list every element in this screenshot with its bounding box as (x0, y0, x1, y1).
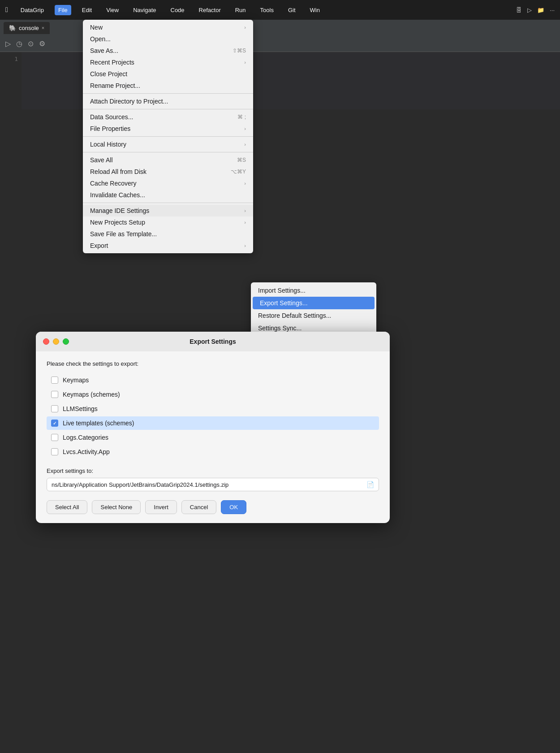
export-path-label: Export settings to: (47, 467, 379, 474)
menu-reload-all[interactable]: Reload All from Disk ⌥⌘Y (83, 166, 253, 177)
dialog-instruction: Please check the settings to export: (47, 360, 379, 367)
submenu-import-settings[interactable]: Import Settings... (251, 284, 376, 297)
separator-4 (83, 152, 253, 152)
menu-local-history[interactable]: Local History › (83, 138, 253, 150)
separator-2 (83, 109, 253, 109)
menubar-navigate[interactable]: Navigate (129, 5, 159, 15)
cache-arrow-icon: › (244, 181, 246, 186)
export-path-field[interactable]: ns/Library/Application Support/JetBrains… (47, 478, 379, 491)
menu-export[interactable]: Export › (83, 240, 253, 251)
menubar-file[interactable]: File (55, 5, 71, 15)
checkbox-keymaps[interactable]: Keymaps (47, 373, 379, 387)
new-projects-arrow-icon: › (244, 220, 246, 225)
dialog-title: Export Settings (190, 338, 236, 345)
invert-button[interactable]: Invert (145, 500, 177, 514)
tab-label: console (19, 25, 39, 31)
checkbox-list: Keymaps Keymaps (schemes) LLMSettings ✓ … (47, 373, 379, 459)
keymaps-schemes-checkbox[interactable] (51, 391, 58, 398)
checkbox-keymaps-schemes[interactable]: Keymaps (schemes) (47, 388, 379, 401)
pin-icon[interactable]: ⊙ (28, 39, 34, 48)
menubar-code[interactable]: Code (167, 5, 188, 15)
menu-new[interactable]: New › (83, 22, 253, 33)
menubar-datagrip[interactable]: DataGrip (17, 5, 47, 15)
menu-attach-directory[interactable]: Attach Directory to Project... (83, 95, 253, 107)
checkbox-logs-categories[interactable]: Logs.Categories (47, 431, 379, 444)
separator-1 (83, 93, 253, 94)
save-as-shortcut: ⇧⌘S (233, 48, 246, 54)
console-tab[interactable]: 🐘 console × (4, 22, 50, 34)
keymaps-checkbox[interactable] (51, 376, 58, 384)
menubar-run[interactable]: Run (232, 5, 250, 15)
export-arrow-icon: › (244, 243, 246, 248)
database-icon[interactable]: 🗄 (516, 7, 522, 13)
menu-recent-projects[interactable]: Recent Projects › (83, 56, 253, 68)
keymaps-schemes-label: Keymaps (schemes) (63, 391, 120, 398)
dialog-maximize-button[interactable] (63, 338, 69, 345)
menubar:  DataGrip File Edit View Navigate Code … (0, 0, 560, 20)
menu-cache-recovery[interactable]: Cache Recovery › (83, 177, 253, 189)
dialog-minimize-button[interactable] (53, 338, 59, 345)
logs-categories-checkbox[interactable] (51, 434, 58, 441)
menubar-win[interactable]: Win (306, 5, 323, 15)
local-history-arrow-icon: › (244, 142, 246, 147)
new-arrow-icon: › (244, 25, 246, 30)
menu-rename-project[interactable]: Rename Project... (83, 80, 253, 91)
manage-ide-submenu: Import Settings... Export Settings... Re… (251, 282, 376, 336)
menu-file-properties[interactable]: File Properties › (83, 123, 253, 134)
logs-categories-label: Logs.Categories (63, 434, 108, 441)
live-templates-checkbox[interactable]: ✓ (51, 420, 58, 427)
save-all-shortcut: ⌘S (237, 157, 246, 163)
menu-new-projects-setup[interactable]: New Projects Setup › (83, 216, 253, 228)
menu-save-all[interactable]: Save All ⌘S (83, 154, 253, 166)
menu-open[interactable]: Open... (83, 33, 253, 45)
folder-icon[interactable]: 📁 (537, 7, 544, 13)
export-settings-dialog: Export Settings Please check the setting… (36, 332, 390, 523)
select-none-button[interactable]: Select None (92, 500, 141, 514)
dialog-body: Please check the settings to export: Key… (36, 351, 390, 523)
lvcs-activity-label: Lvcs.Activity.App (63, 448, 110, 455)
submenu-restore-default[interactable]: Restore Default Settings... (251, 309, 376, 322)
file-props-arrow-icon: › (244, 126, 246, 131)
tab-close-icon[interactable]: × (42, 25, 44, 30)
menu-invalidate-caches[interactable]: Invalidate Caches... (83, 189, 253, 201)
menubar-git[interactable]: Git (284, 5, 299, 15)
llmsettings-label: LLMSettings (63, 405, 98, 412)
reload-shortcut: ⌥⌘Y (231, 169, 246, 175)
cancel-button[interactable]: Cancel (181, 500, 216, 514)
line-number-1: 1 (4, 56, 18, 62)
export-folder-icon[interactable]: 📄 (366, 481, 374, 488)
menu-save-file-template[interactable]: Save File as Template... (83, 228, 253, 240)
line-numbers: 1 (0, 52, 22, 109)
select-all-button[interactable]: Select All (47, 500, 87, 514)
submenu-export-settings[interactable]: Export Settings... (253, 297, 375, 309)
history-icon[interactable]: ◷ (16, 39, 22, 48)
checkbox-lvcs-activity[interactable]: Lvcs.Activity.App (47, 445, 379, 459)
menu-close-project[interactable]: Close Project (83, 68, 253, 80)
dialog-buttons: Select All Select None Invert Cancel OK (47, 500, 379, 514)
separator-3 (83, 136, 253, 137)
settings-icon[interactable]: ⚙ (39, 39, 45, 48)
menu-data-sources[interactable]: Data Sources... ⌘ ; (83, 111, 253, 123)
file-menu: New › Open... Save As... ⇧⌘S Recent Proj… (83, 20, 253, 253)
menubar-tools[interactable]: Tools (257, 5, 277, 15)
menubar-refactor[interactable]: Refactor (195, 5, 224, 15)
lvcs-activity-checkbox[interactable] (51, 448, 58, 455)
run-icon[interactable]: ▷ (527, 7, 532, 13)
checkbox-llmsettings[interactable]: LLMSettings (47, 402, 379, 415)
checkmark-icon: ✓ (53, 421, 56, 426)
apple-icon:  (5, 6, 8, 14)
llmsettings-checkbox[interactable] (51, 405, 58, 412)
run-query-icon[interactable]: ▷ (5, 39, 11, 48)
keymaps-label: Keymaps (63, 376, 89, 384)
checkbox-live-templates[interactable]: ✓ Live templates (schemes) (47, 416, 379, 430)
menu-manage-ide-settings[interactable]: Manage IDE Settings › (83, 205, 253, 216)
live-templates-label: Live templates (schemes) (63, 420, 134, 427)
ok-button[interactable]: OK (221, 500, 246, 514)
menu-save-as[interactable]: Save As... ⇧⌘S (83, 45, 253, 56)
more-icon[interactable]: ··· (550, 7, 555, 13)
menubar-right-icons: 🗄 ▷ 📁 ··· (516, 7, 555, 13)
separator-5 (83, 203, 253, 203)
dialog-close-button[interactable] (43, 338, 49, 345)
menubar-view[interactable]: View (103, 5, 122, 15)
menubar-edit[interactable]: Edit (78, 5, 95, 15)
